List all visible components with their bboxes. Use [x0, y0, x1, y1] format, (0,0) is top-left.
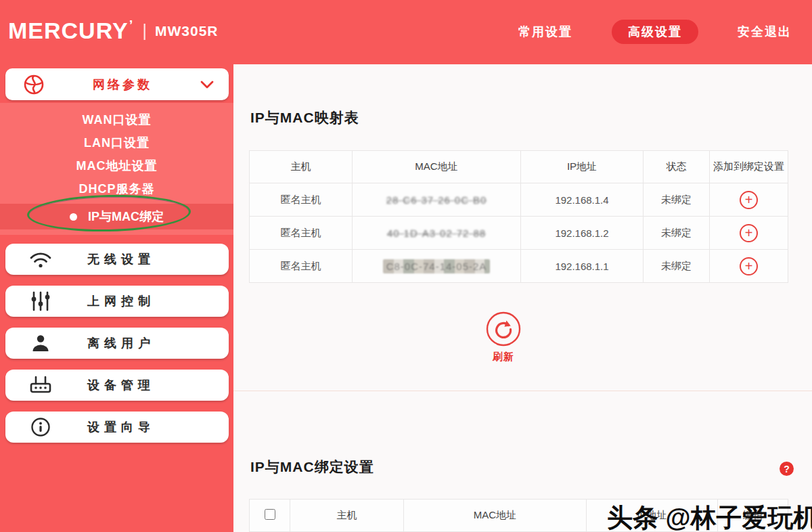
plus-circle-icon[interactable]: +: [740, 191, 758, 209]
top-navigation: 常用设置 高级设置 安全退出: [512, 20, 798, 44]
plus-circle-icon[interactable]: +: [740, 224, 758, 242]
sidebar-item-label: 设置向导: [54, 419, 188, 435]
refresh-label: 刷新: [483, 351, 524, 363]
nav-common-settings[interactable]: 常用设置: [512, 20, 579, 44]
col-mac: MAC地址: [353, 151, 521, 183]
sidebar-item-offline-users[interactable]: 离线用户: [5, 328, 229, 359]
active-dot-icon: [70, 213, 77, 221]
sidebar-item-setup-wizard[interactable]: 设置向导: [5, 412, 229, 443]
nav-safe-logout[interactable]: 安全退出: [731, 20, 798, 44]
select-all-checkbox[interactable]: [265, 509, 275, 520]
col-status: 状态: [644, 151, 710, 183]
section-divider: [233, 391, 812, 391]
chevron-down-icon: [200, 81, 214, 89]
help-question-icon[interactable]: ?: [780, 462, 794, 476]
host-cell: 匿名主机: [250, 217, 353, 250]
brand-mark: ’: [129, 18, 133, 33]
ip-cell: 192.168.1.4: [521, 183, 644, 217]
sidebar-item-label: 上网控制: [54, 293, 188, 309]
table-row: 匿名主机 28-C6-37-26-0C-B0 192.168.1.4 未绑定 +: [250, 183, 788, 217]
topbar: MERCURY’ | MW305R 常用设置 高级设置 安全退出: [0, 0, 812, 64]
nav-advanced-settings[interactable]: 高级设置: [612, 20, 698, 44]
sidebar-item-access-control[interactable]: 上网控制: [5, 286, 229, 317]
ip-cell: 192.168.1.2: [521, 217, 644, 250]
mac-cell-blurred: 28-C6-37-26-0C-B0: [386, 194, 487, 206]
host-cell: 匿名主机: [250, 183, 353, 217]
sidebar-item-network-params[interactable]: 网络参数: [5, 68, 229, 100]
logo-divider: |: [142, 20, 147, 41]
user-icon: [27, 333, 54, 353]
sliders-icon: [27, 291, 54, 311]
main-content: IP与MAC映射表 主机 MAC地址 IP地址 状态 添加到绑定设置 匿名主机 …: [233, 64, 812, 532]
wifi-icon: [27, 250, 54, 269]
col-ip: IP地址: [521, 151, 644, 183]
sidebar: 网络参数 WAN口设置 LAN口设置 MAC地址设置 DHCP服务器 IP与MA…: [0, 64, 233, 532]
ip-cell: 192.168.1.1: [521, 250, 644, 283]
submenu-item-wan[interactable]: WAN口设置: [0, 108, 233, 131]
col-host: 主机: [290, 500, 404, 532]
col-host: 主机: [250, 151, 353, 183]
submenu-item-label: IP与MAC绑定: [88, 208, 164, 225]
router-admin-page: MERCURY’ | MW305R 常用设置 高级设置 安全退出 网络参数: [0, 0, 812, 532]
mapping-table-title: IP与MAC映射表: [250, 108, 359, 127]
network-submenu: WAN口设置 LAN口设置 MAC地址设置 DHCP服务器 IP与MAC绑定: [0, 103, 233, 235]
refresh-button[interactable]: 刷新: [483, 310, 524, 363]
sidebar-item-label: 无线设置: [54, 251, 188, 267]
brand-name: MERCURY: [8, 18, 129, 44]
submenu-item-ip-mac-binding[interactable]: IP与MAC绑定: [0, 204, 233, 229]
col-add-binding: 添加到绑定设置: [710, 151, 788, 183]
mac-cell-mosaic: C8-0C-74-14-05-2A: [383, 259, 491, 273]
sidebar-item-label: 离线用户: [54, 335, 188, 351]
sidebar-item-wireless[interactable]: 无线设置: [5, 244, 229, 275]
ip-mac-mapping-table: 主机 MAC地址 IP地址 状态 添加到绑定设置 匿名主机 28-C6-37-2…: [249, 150, 788, 283]
sidebar-item-label: 网络参数: [45, 76, 200, 93]
status-cell: 未绑定: [644, 250, 710, 283]
binding-settings-title: IP与MAC绑定设置: [250, 458, 374, 476]
globe-icon: [23, 74, 45, 95]
brand-logo: MERCURY’ | MW305R: [8, 18, 219, 44]
model-name: MW305R: [155, 23, 219, 39]
submenu-item-lan[interactable]: LAN口设置: [0, 131, 233, 154]
submenu-item-dhcp[interactable]: DHCP服务器: [0, 177, 233, 200]
col-mac: MAC地址: [404, 500, 587, 532]
table-row: 匿名主机 C8-0C-74-14-05-2A 192.168.1.1 未绑定 +: [250, 250, 788, 283]
table-header-row: 主机 MAC地址 IP地址 状态 添加到绑定设置: [250, 151, 788, 183]
plus-circle-icon[interactable]: +: [740, 257, 758, 275]
status-cell: 未绑定: [644, 217, 710, 250]
table-row: 匿名主机 40-1D-A3-02-72-88 192.168.1.2 未绑定 +: [250, 217, 788, 250]
mac-cell-blurred: 40-1D-A3-02-72-88: [387, 227, 486, 239]
router-icon: [27, 375, 54, 395]
info-icon: [27, 417, 54, 437]
host-cell: 匿名主机: [250, 250, 353, 283]
submenu-item-mac-address[interactable]: MAC地址设置: [0, 154, 233, 177]
toutiao-watermark: 头条 @林子爱玩机: [607, 501, 812, 532]
status-cell: 未绑定: [644, 183, 710, 217]
sidebar-item-device-management[interactable]: 设备管理: [5, 370, 229, 401]
refresh-icon: [483, 310, 524, 348]
sidebar-item-label: 设备管理: [54, 377, 188, 393]
